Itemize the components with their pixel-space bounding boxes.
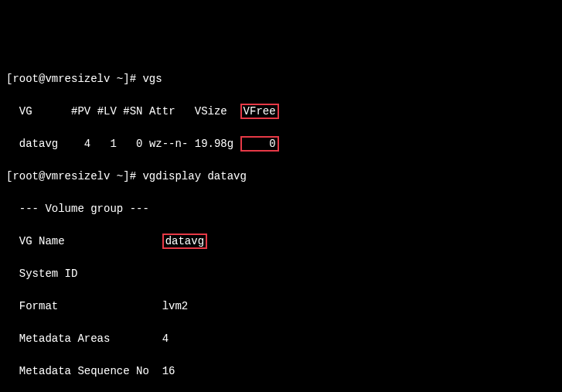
prompt-1: [root@vmresizelv ~]# [6, 73, 142, 85]
vgs-val-lv: 1 [110, 138, 116, 150]
row-system-id: System ID [6, 266, 556, 282]
val-meta-areas: 4 [162, 332, 169, 345]
key-meta-areas: Metadata Areas [6, 332, 162, 345]
command-vgs: vgs [142, 73, 162, 85]
vgs-col-vg: VG [19, 105, 32, 118]
vgs-col-vfree-highlighted: VFree [240, 104, 279, 119]
row-format: Format lvm2 [6, 298, 556, 315]
key-format: Format [6, 300, 162, 312]
prompt-2: [root@vmresizelv ~]# [6, 170, 142, 182]
vgs-col-pv: #PV [71, 105, 90, 118]
vgs-val-attr: wz--n- [149, 138, 188, 150]
vgs-val-vg: datavg [19, 138, 58, 150]
vgs-col-attr: Attr [149, 105, 175, 118]
vgs-row: datavg 4 1 0 wz--n- 19.98g 0 [6, 136, 556, 152]
vgs-col-lv: #LV [97, 105, 117, 118]
val-meta-seq: 16 [162, 365, 175, 377]
row-meta-seq: Metadata Sequence No 16 [6, 363, 556, 380]
row-vg-name: VG Name datavg [6, 233, 556, 250]
vgs-val-sn: 0 [136, 138, 142, 150]
key-vg-name: VG Name [6, 235, 162, 247]
vgs-header: VG #PV #LV #SN Attr VSize VFree [6, 104, 556, 120]
key-meta-seq: Metadata Sequence No [6, 365, 162, 377]
vgs-val-pv: 4 [84, 138, 90, 150]
val-vg-name-highlighted: datavg [162, 233, 207, 249]
row-meta-areas: Metadata Areas 4 [6, 331, 556, 347]
section-title: --- Volume group --- [6, 201, 556, 217]
command-vgdisplay: vgdisplay datavg [142, 170, 246, 182]
vgs-col-sn: #SN [123, 105, 142, 118]
key-system-id: System ID [6, 268, 162, 280]
prompt-line-2[interactable]: [root@vmresizelv ~]# vgdisplay datavg [6, 169, 556, 185]
vgs-col-vsize: VSize [195, 105, 227, 118]
prompt-line-1[interactable]: [root@vmresizelv ~]# vgs [6, 71, 556, 87]
val-format: lvm2 [162, 300, 189, 312]
vgs-val-vfree-highlighted: 0 [240, 136, 279, 152]
vgs-val-vsize: 19.98g [195, 138, 233, 150]
